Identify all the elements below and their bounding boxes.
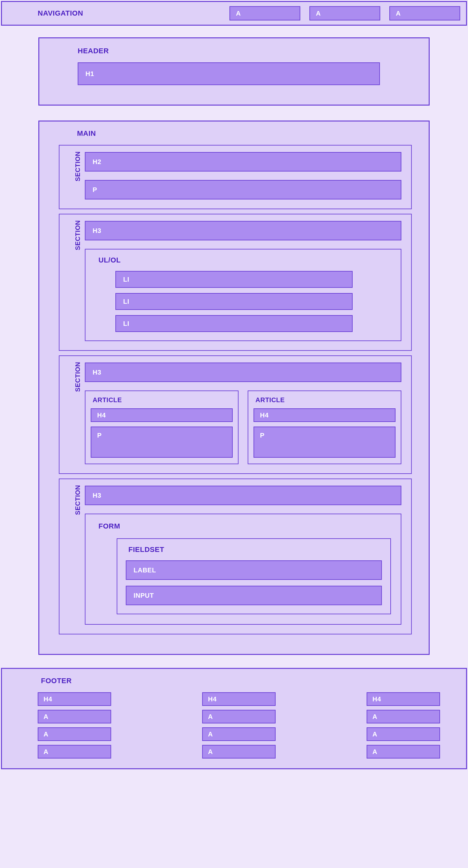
navigation-label: NAVIGATION — [38, 9, 83, 18]
footer-link[interactable]: A — [38, 710, 111, 723]
footer-link[interactable]: A — [367, 710, 440, 723]
article-label: ARTICLE — [91, 396, 233, 404]
nav-link[interactable]: A — [230, 6, 300, 21]
footer-label: FOOTER — [15, 677, 453, 685]
p-element: P — [85, 180, 401, 199]
footer-column: H4 A A A — [367, 692, 440, 758]
header-label: HEADER — [49, 47, 419, 55]
section-label: SECTION — [74, 362, 82, 392]
section-label: SECTION — [74, 220, 82, 250]
nav-link[interactable]: A — [389, 6, 460, 21]
h3-element: H3 — [85, 486, 401, 505]
h3-element: H3 — [85, 221, 401, 240]
navigation-bar: NAVIGATION A A A — [1, 1, 467, 26]
main-block: MAIN SECTION H2 P SECTION H3 UL/OL LI LI… — [38, 121, 430, 655]
article-label: ARTICLE — [254, 396, 396, 404]
p-element: P — [254, 427, 396, 458]
nav-links-group: A A A — [230, 6, 460, 21]
list-item: LI — [115, 315, 353, 332]
header-block: HEADER H1 — [38, 37, 430, 105]
fieldset-label: FIELDSET — [126, 546, 382, 554]
h4-element: H4 — [254, 408, 396, 422]
footer-block: FOOTER H4 A A A H4 A A A H4 A A A — [1, 668, 467, 769]
footer-link[interactable]: A — [202, 745, 275, 758]
input-element[interactable]: INPUT — [126, 586, 382, 605]
label-element: LABEL — [126, 560, 382, 580]
section-intro: SECTION H2 P — [59, 145, 412, 209]
h2-element: H2 — [85, 152, 401, 172]
section-form: SECTION H3 FORM FIELDSET LABEL INPUT — [59, 478, 412, 634]
list-item: LI — [115, 271, 353, 288]
fieldset: FIELDSET LABEL INPUT — [117, 538, 391, 614]
section-label: SECTION — [74, 151, 82, 181]
list-item: LI — [115, 293, 353, 310]
h4-element: H4 — [367, 692, 440, 706]
section-list: SECTION H3 UL/OL LI LI LI — [59, 214, 412, 351]
h4-element: H4 — [202, 692, 275, 706]
nav-link[interactable]: A — [310, 6, 380, 21]
h4-element: H4 — [38, 692, 111, 706]
footer-column: H4 A A A — [202, 692, 275, 758]
footer-link[interactable]: A — [38, 727, 111, 741]
main-label: MAIN — [39, 129, 429, 138]
footer-link[interactable]: A — [367, 745, 440, 758]
form-container: FORM FIELDSET LABEL INPUT — [85, 514, 401, 625]
ulol-label: UL/OL — [94, 256, 392, 265]
list-container: UL/OL LI LI LI — [85, 249, 401, 341]
footer-columns: H4 A A A H4 A A A H4 A A A — [15, 692, 453, 758]
p-element: P — [91, 427, 233, 458]
h3-element: H3 — [85, 363, 401, 382]
article: ARTICLE H4 P — [247, 391, 401, 464]
footer-link[interactable]: A — [202, 727, 275, 741]
footer-link[interactable]: A — [367, 727, 440, 741]
footer-link[interactable]: A — [202, 710, 275, 723]
footer-link[interactable]: A — [38, 745, 111, 758]
footer-column: H4 A A A — [38, 692, 111, 758]
articles-row: ARTICLE H4 P ARTICLE H4 P — [85, 391, 401, 464]
h1-element: H1 — [78, 62, 380, 85]
section-label: SECTION — [74, 485, 82, 515]
section-articles: SECTION H3 ARTICLE H4 P ARTICLE H4 P — [59, 355, 412, 474]
article: ARTICLE H4 P — [85, 391, 238, 464]
form-label: FORM — [95, 522, 391, 530]
h4-element: H4 — [91, 408, 233, 422]
